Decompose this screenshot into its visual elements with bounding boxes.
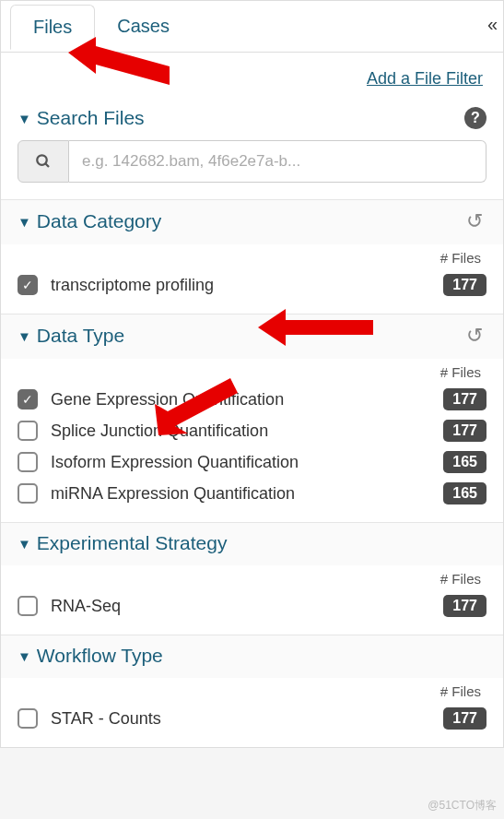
files-count-header: # Files [18, 364, 486, 380]
search-button[interactable] [18, 140, 69, 183]
collapse-panel-icon[interactable]: « [487, 14, 498, 35]
count-badge: 177 [443, 420, 486, 442]
facet-label: Isoform Expression Quantification [51, 453, 443, 472]
count-badge: 177 [443, 595, 486, 617]
count-badge: 177 [443, 388, 486, 410]
checkbox-mirna-expression[interactable] [18, 483, 38, 504]
checkbox-transcriptome-profiling[interactable]: ✓ [18, 275, 38, 295]
facet-row[interactable]: RNA-Seq 177 [18, 590, 486, 622]
facet-label: Gene Expression Quantification [51, 390, 443, 410]
checkbox-rna-seq[interactable] [18, 596, 38, 616]
chevron-down-icon: ▼ [18, 648, 31, 664]
add-file-filter-link[interactable]: Add a File Filter [367, 69, 483, 88]
svg-point-0 [37, 155, 47, 165]
chevron-down-icon: ▼ [18, 214, 31, 230]
facet-row[interactable]: Splice Junction Quantification 177 [18, 415, 486, 446]
reset-icon[interactable]: ↺ [463, 324, 486, 348]
section-title-search[interactable]: Search Files [37, 107, 464, 129]
search-icon [35, 153, 52, 170]
section-title-experimental-strategy[interactable]: Experimental Strategy [37, 532, 486, 554]
files-count-header: # Files [18, 250, 486, 266]
facet-label: miRNA Expression Quantification [51, 484, 443, 504]
checkbox-isoform-expression[interactable] [18, 452, 38, 472]
facet-label: RNA-Seq [51, 597, 443, 616]
chevron-down-icon: ▼ [18, 111, 31, 126]
search-input[interactable] [69, 140, 486, 183]
files-count-header: # Files [18, 683, 486, 699]
facet-label: STAR - Counts [51, 709, 443, 729]
count-badge: 165 [443, 451, 486, 473]
watermark: @51CTO博客 [428, 798, 497, 813]
checkbox-star-counts[interactable] [18, 708, 38, 729]
section-title-data-category[interactable]: Data Category [37, 210, 463, 232]
chevron-down-icon: ▼ [18, 328, 31, 344]
count-badge: 165 [443, 482, 486, 504]
section-title-data-type[interactable]: Data Type [37, 325, 463, 347]
tab-cases[interactable]: Cases [95, 5, 192, 48]
facet-row[interactable]: miRNA Expression Quantification 165 [18, 478, 486, 509]
checkbox-splice-junction[interactable] [18, 421, 38, 441]
checkbox-gene-expression[interactable]: ✓ [18, 389, 38, 410]
tab-files[interactable]: Files [10, 5, 95, 50]
facet-row[interactable]: STAR - Counts 177 [18, 703, 486, 734]
count-badge: 177 [443, 707, 486, 730]
count-badge: 177 [443, 274, 486, 296]
svg-line-1 [45, 163, 49, 167]
facet-label: transcriptome profiling [51, 276, 443, 295]
chevron-down-icon: ▼ [18, 536, 31, 552]
help-icon[interactable]: ? [464, 107, 486, 129]
reset-icon[interactable]: ↺ [463, 209, 486, 233]
facet-row[interactable]: ✓ transcriptome profiling 177 [18, 269, 486, 301]
facet-row[interactable]: ✓ Gene Expression Quantification 177 [18, 384, 486, 415]
facet-row[interactable]: Isoform Expression Quantification 165 [18, 446, 486, 478]
files-count-header: # Files [18, 571, 486, 587]
section-title-workflow-type[interactable]: Workflow Type [37, 645, 486, 667]
facet-label: Splice Junction Quantification [51, 421, 443, 441]
